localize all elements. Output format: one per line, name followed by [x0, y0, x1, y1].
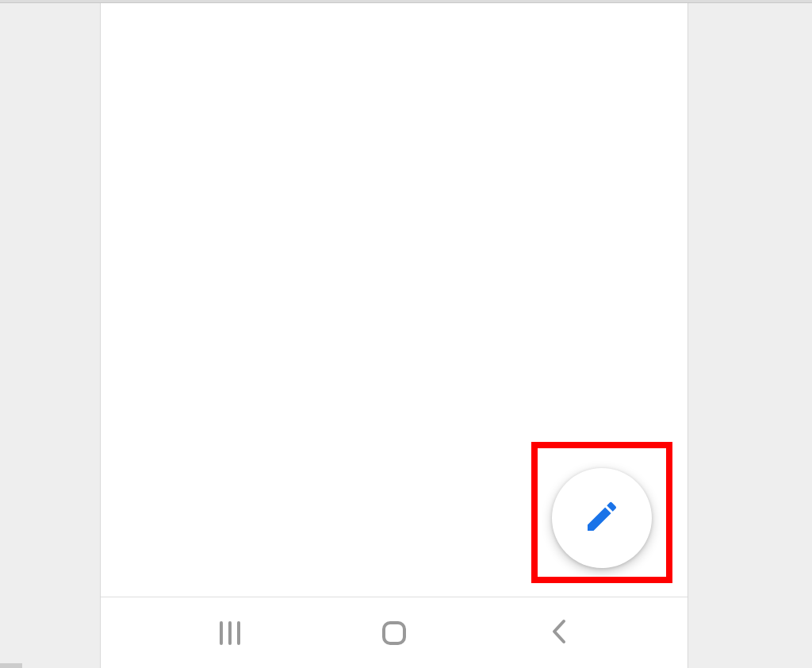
back-icon	[550, 618, 567, 648]
recents-button[interactable]	[198, 609, 262, 657]
phone-screen-frame	[100, 3, 688, 668]
recents-icon	[220, 621, 240, 645]
compose-fab-button[interactable]	[552, 468, 652, 568]
home-icon	[382, 621, 406, 645]
home-button[interactable]	[362, 609, 426, 657]
pencil-icon	[583, 497, 621, 539]
bottom-mark	[0, 663, 22, 668]
android-navigation-bar	[101, 597, 688, 668]
back-button[interactable]	[527, 609, 590, 657]
